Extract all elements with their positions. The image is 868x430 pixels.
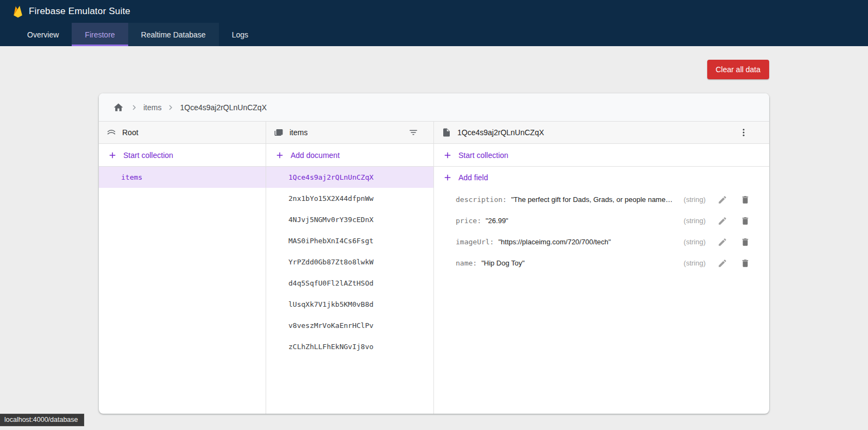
plus-icon [443, 173, 452, 182]
doc-start-collection-label: Start collection [458, 151, 508, 160]
document-row[interactable]: 2nx1bYo15X2X44dfpnWw [266, 188, 433, 209]
tab-realtime-database[interactable]: Realtime Database [128, 23, 219, 46]
collection-name: items [121, 173, 142, 181]
field-row: imageUrl: "https://placeimg.com/720/700/… [434, 231, 769, 252]
chevron-right-icon [166, 103, 175, 112]
document-panel: 1Qce4s9aj2rQLnUnCZqX Start collection [434, 122, 769, 414]
document-id: zCLhZhLLFhEkNGvIj8vo [288, 343, 374, 351]
tab-logs[interactable]: Logs [219, 23, 261, 46]
chevron-right-icon [129, 103, 139, 112]
add-field-label: Add field [458, 173, 488, 182]
field-type: (string) [684, 217, 706, 225]
clear-all-data-button[interactable]: Clear all data [707, 60, 770, 79]
document-id: 2nx1bYo15X2X44dfpnWw [288, 194, 374, 203]
edit-field-icon[interactable] [716, 194, 728, 206]
field-value: "https://placeimg.com/720/700/tech" [498, 238, 611, 246]
edit-field-icon[interactable] [716, 215, 728, 227]
field-row: name: "Hip Dog Toy" (string) [434, 252, 769, 274]
doc-start-collection-button[interactable]: Start collection [434, 144, 769, 167]
app-header: Firebase Emulator Suite Overview Firesto… [0, 0, 868, 46]
root-panel-header: Root [99, 122, 266, 144]
document-row[interactable]: v8veszMrVoKaEnrHClPv [266, 315, 433, 336]
filter-documents-icon[interactable] [407, 127, 419, 138]
breadcrumb: items 1Qce4s9aj2rQLnUnCZqX [99, 93, 769, 122]
field-row: price: "26.99" (string) [434, 210, 769, 231]
document-id: d4q5SqfU0Fl2lAZtHSOd [288, 279, 374, 287]
root-panel-title: Root [122, 128, 139, 137]
breadcrumb-document[interactable]: 1Qce4s9aj2rQLnUnCZqX [180, 103, 267, 112]
add-document-button[interactable]: Add document [266, 144, 433, 167]
fields-list: description: "The perfect gift for Dads,… [434, 188, 769, 274]
field-value: "Hip Dog Toy" [481, 259, 525, 267]
document-id: v8veszMrVoKaEnrHClPv [288, 321, 374, 330]
document-panel-header: 1Qce4s9aj2rQLnUnCZqX [434, 122, 769, 144]
field-type: (string) [684, 195, 706, 204]
document-row[interactable]: MAS0iPhebXnI4Cs6Fsgt [266, 230, 433, 251]
document-row[interactable]: YrPZdd0Gb87Zt8o8lwkW [266, 251, 433, 273]
collection-panel-header: items [266, 122, 433, 144]
panel-columns: Root Start collection items [99, 122, 769, 414]
field-type: (string) [684, 238, 706, 246]
root-panel: Root Start collection items [99, 122, 266, 414]
collection-row[interactable]: items [99, 167, 266, 188]
field-value: "26.99" [486, 217, 508, 225]
add-field-button[interactable]: Add field [434, 167, 769, 188]
edit-field-icon[interactable] [716, 257, 728, 269]
document-row[interactable]: zCLhZhLLFhEkNGvIj8vo [266, 336, 433, 357]
collections-list: items [99, 167, 266, 188]
plus-icon [443, 150, 452, 160]
field-type: (string) [684, 259, 706, 267]
breadcrumb-collection[interactable]: items [143, 103, 161, 112]
titlebar: Firebase Emulator Suite [0, 0, 868, 23]
document-row[interactable]: lUsqXk7V1jkb5KM0vB8d [266, 294, 433, 315]
document-id: 4NJvj5NGMv0rY39cEDnX [288, 216, 374, 224]
status-bar: localhost:4000/database [0, 414, 84, 426]
collection-panel-title: items [290, 128, 307, 137]
field-key: imageUrl: [456, 238, 494, 246]
tab-firestore[interactable]: Firestore [72, 23, 128, 46]
delete-field-icon[interactable] [739, 194, 751, 206]
plus-icon [108, 150, 117, 160]
add-document-label: Add document [291, 151, 339, 160]
document-id: 1Qce4s9aj2rQLnUnCZqX [288, 173, 374, 181]
firebase-logo-icon [12, 5, 23, 18]
field-key: price: [456, 217, 481, 225]
collection-panel: items Add document [266, 122, 434, 414]
start-collection-label: Start collection [123, 151, 173, 160]
delete-field-icon[interactable] [739, 215, 751, 227]
home-icon[interactable] [112, 101, 125, 114]
start-collection-button[interactable]: Start collection [99, 144, 266, 167]
documents-list: 1Qce4s9aj2rQLnUnCZqX 2nx1bYo15X2X44dfpnW… [266, 167, 433, 357]
collection-icon [274, 128, 284, 137]
main-nav: Overview Firestore Realtime Database Log… [0, 23, 868, 46]
root-icon [106, 128, 116, 137]
kebab-menu-icon[interactable] [738, 127, 750, 138]
document-panel-title: 1Qce4s9aj2rQLnUnCZqX [457, 128, 544, 137]
edit-field-icon[interactable] [716, 236, 728, 248]
field-value: "The perfect gift for Dads, Grads, or pe… [511, 195, 673, 204]
field-key: description: [456, 195, 507, 204]
document-row[interactable]: 1Qce4s9aj2rQLnUnCZqX [266, 167, 433, 188]
document-icon [442, 128, 451, 137]
main-content: Clear all data items 1Qce4s9aj2rQLnUnCZq… [0, 46, 868, 414]
firestore-card: items 1Qce4s9aj2rQLnUnCZqX Root [99, 93, 769, 414]
document-id: MAS0iPhebXnI4Cs6Fsgt [288, 237, 374, 245]
delete-field-icon[interactable] [739, 257, 751, 269]
document-row[interactable]: 4NJvj5NGMv0rY39cEDnX [266, 209, 433, 230]
plus-icon [275, 150, 285, 160]
document-id: lUsqXk7V1jkb5KM0vB8d [288, 300, 374, 308]
field-row: description: "The perfect gift for Dads,… [434, 189, 769, 210]
delete-field-icon[interactable] [739, 236, 751, 248]
app-title: Firebase Emulator Suite [29, 6, 130, 17]
tab-overview[interactable]: Overview [14, 23, 72, 46]
field-key: name: [456, 259, 477, 267]
document-row[interactable]: d4q5SqfU0Fl2lAZtHSOd [266, 273, 433, 294]
document-id: YrPZdd0Gb87Zt8o8lwkW [288, 258, 374, 266]
